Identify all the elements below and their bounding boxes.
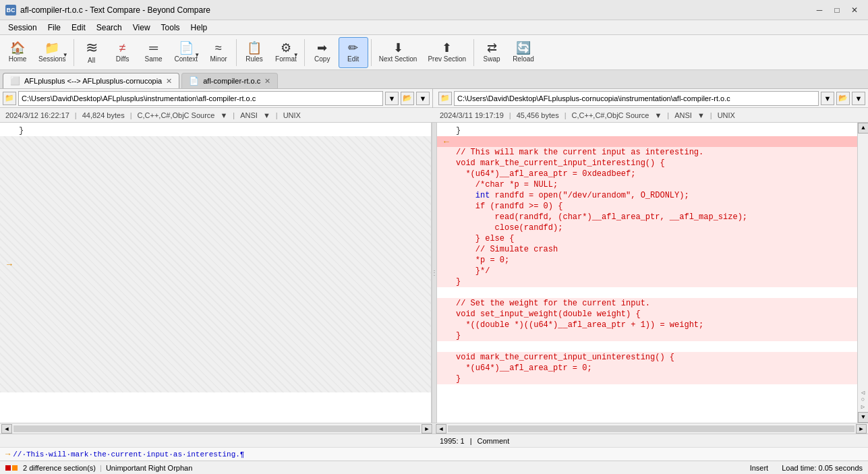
right-lang-dropdown[interactable]: ▼ bbox=[654, 111, 662, 119]
right-browse-btn[interactable]: 📂 bbox=[836, 92, 850, 105]
left-code-content[interactable]: } → bbox=[0, 123, 431, 423]
right-folder-icon[interactable]: 📁 bbox=[438, 92, 452, 105]
line-content: // Set the weight for the current input. bbox=[453, 299, 865, 308]
tab-afl-compiler[interactable]: 📄 afl-compiler-rt.o.c ✕ bbox=[181, 73, 278, 88]
left-folder-icon[interactable]: 📁 bbox=[3, 92, 16, 105]
tab-aflplusplus[interactable]: ⬜ AFLplusplus <--> AFLplusplus-cornucopi… bbox=[3, 73, 179, 88]
right-dropdown-btn[interactable]: ▼ bbox=[821, 92, 834, 105]
left-date: 2024/3/12 16:22:17 bbox=[5, 111, 69, 119]
info-bars: 2024/3/12 16:22:17 | 44,824 bytes | C,C+… bbox=[0, 108, 868, 123]
menu-edit[interactable]: Edit bbox=[66, 22, 91, 34]
line-content: int randfd = open("/dev/urandom", O_RDON… bbox=[453, 191, 865, 200]
toolbar-divider-2 bbox=[236, 39, 237, 66]
code-area: } → ⋮ } bbox=[0, 123, 868, 423]
left-encoding: ANSI bbox=[240, 111, 258, 119]
statusbar: 2 difference section(s) | Unimportant Ri… bbox=[0, 461, 868, 474]
table-row: int randfd = open("/dev/urandom", O_RDON… bbox=[437, 190, 868, 201]
tab2-close[interactable]: ✕ bbox=[264, 77, 270, 86]
sessions-dropdown-arrow: ▼ bbox=[63, 52, 68, 58]
next-section-button[interactable]: ⬇ Next Section bbox=[374, 37, 422, 68]
rules-label: Rules bbox=[245, 55, 263, 63]
right-scroll-left-btn[interactable]: ◄ bbox=[436, 424, 446, 434]
menu-search[interactable]: Search bbox=[91, 22, 127, 34]
line-content: } bbox=[453, 277, 865, 287]
menu-tools[interactable]: Tools bbox=[156, 22, 185, 34]
all-label: All bbox=[88, 57, 95, 64]
maximize-button[interactable]: □ bbox=[829, 3, 845, 17]
right-code-content[interactable]: } ← // This will mark the current input … bbox=[437, 123, 868, 423]
left-scroll-thumb[interactable] bbox=[13, 425, 420, 432]
line-content: void set_input_weight(double weight) { bbox=[453, 309, 865, 319]
red-indicator bbox=[5, 465, 11, 471]
minor-label: Minor bbox=[210, 55, 227, 63]
line-content: // This will mark the current input as i… bbox=[453, 148, 865, 157]
right-encoding-dropdown[interactable]: ▼ bbox=[697, 111, 705, 119]
minor-button[interactable]: ≈ Minor bbox=[204, 37, 233, 68]
menu-view[interactable]: View bbox=[127, 22, 156, 34]
minimize-button[interactable]: ─ bbox=[811, 3, 828, 17]
sessions-button[interactable]: 📁 Sessions ▼ bbox=[34, 37, 71, 68]
status-separator: | bbox=[100, 464, 102, 472]
left-hscrollbar[interactable]: ◄ ► bbox=[0, 424, 434, 434]
prev-section-button[interactable]: ⬆ Prev Section bbox=[423, 37, 471, 68]
toolbar-divider-5 bbox=[473, 39, 474, 66]
table-row: *(u64*)__afl_area_ptr = 0; bbox=[437, 363, 868, 374]
scroll-track[interactable] bbox=[858, 134, 868, 388]
menu-file[interactable]: File bbox=[42, 22, 66, 34]
format-button[interactable]: ⚙ Format ▼ bbox=[270, 37, 301, 68]
left-encoding-dropdown[interactable]: ▼ bbox=[263, 111, 270, 119]
context-dropdown-arrow: ▼ bbox=[194, 52, 200, 58]
prev-section-icon: ⬆ bbox=[442, 42, 452, 54]
table-row: // Set the weight for the current input. bbox=[437, 298, 868, 309]
swap-button[interactable]: ⇄ Swap bbox=[477, 37, 507, 68]
left-lang-dropdown[interactable]: ▼ bbox=[220, 111, 227, 119]
right-orphan-text: Unimportant Right Orphan bbox=[106, 464, 192, 472]
diffs-button[interactable]: ≠ Diffs bbox=[108, 37, 138, 68]
right-address-input[interactable] bbox=[454, 91, 819, 106]
line-content: *((double *)((u64*)__afl_area_ptr + 1)) … bbox=[453, 320, 865, 330]
left-nav-btn[interactable]: ▼ bbox=[416, 92, 430, 105]
context-button[interactable]: 📄 Context ▼ bbox=[170, 37, 202, 68]
line-content: }*/ bbox=[453, 266, 865, 276]
table-row: → bbox=[0, 136, 431, 392]
edit-button[interactable]: ✏ Edit bbox=[339, 37, 368, 68]
hscrollbar: ◄ ► ◄ ► bbox=[0, 423, 868, 434]
line-content: void mark_the_current_input_uninterestin… bbox=[453, 353, 865, 362]
left-address-input[interactable] bbox=[18, 91, 383, 106]
menu-help[interactable]: Help bbox=[185, 22, 213, 34]
rules-button[interactable]: 📋 Rules bbox=[239, 37, 269, 68]
right-scrollbar[interactable]: ▲ ◁○▷ ▼ bbox=[857, 123, 868, 423]
reload-button[interactable]: 🔄 Reload bbox=[508, 37, 539, 68]
close-button[interactable]: ✕ bbox=[846, 3, 863, 17]
copy-button[interactable]: ➡ Copy bbox=[308, 37, 337, 68]
address-bars: 📁 ▼ 📂 ▼ 📁 ▼ 📂 ▼ bbox=[0, 89, 868, 108]
line-content: // Simulate crash bbox=[453, 245, 865, 254]
left-scroll-left-btn[interactable]: ◄ bbox=[1, 424, 12, 434]
sessions-icon: 📁 bbox=[45, 42, 59, 54]
line-content: } bbox=[453, 374, 865, 384]
right-scroll-thumb[interactable] bbox=[448, 425, 855, 432]
scroll-up-btn[interactable]: ▲ bbox=[858, 123, 868, 134]
line-content: } bbox=[16, 126, 428, 136]
table-row: *(u64*)__afl_area_ptr = 0xdeadbeef; bbox=[437, 169, 868, 179]
scroll-down-btn[interactable]: ▼ bbox=[858, 412, 868, 423]
right-hscrollbar[interactable]: ◄ ► bbox=[434, 424, 868, 434]
left-info-bar: 2024/3/12 16:22:17 | 44,824 bytes | C,C+… bbox=[0, 110, 434, 121]
titlebar: BC afl-compiler-rt.o.c - Text Compare - … bbox=[0, 0, 868, 20]
right-scroll-right-btn[interactable]: ► bbox=[856, 424, 867, 434]
all-button[interactable]: ≋ All bbox=[77, 37, 107, 68]
split-handle[interactable]: ⋮ bbox=[432, 123, 437, 423]
menu-session[interactable]: Session bbox=[3, 22, 42, 34]
titlebar-text: afl-compiler-rt.o.c - Text Compare - Bey… bbox=[20, 5, 210, 15]
left-scroll-right-btn[interactable]: ► bbox=[422, 424, 432, 434]
left-dropdown-btn[interactable]: ▼ bbox=[385, 92, 399, 105]
right-nav-btn[interactable]: ▼ bbox=[852, 92, 865, 105]
minor-icon: ≈ bbox=[215, 42, 222, 54]
edit-label: Edit bbox=[347, 55, 359, 63]
tab1-close[interactable]: ✕ bbox=[166, 77, 172, 86]
left-browse-btn[interactable]: 📂 bbox=[401, 92, 414, 105]
position-bar: 1995: 1 | Comment bbox=[0, 434, 868, 447]
home-button[interactable]: 🏠 Home bbox=[3, 37, 32, 68]
tab1-icon: ⬜ bbox=[10, 76, 20, 86]
same-button[interactable]: ═ Same bbox=[139, 37, 169, 68]
